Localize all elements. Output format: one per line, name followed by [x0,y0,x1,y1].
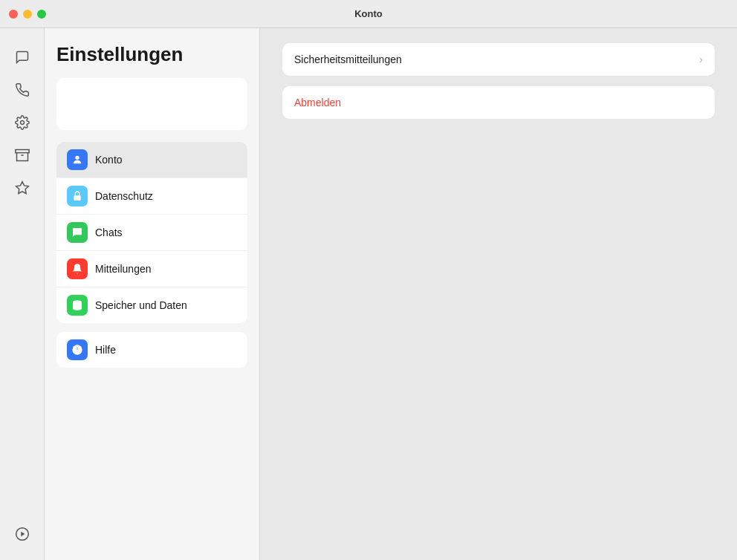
menu-item-konto[interactable]: Konto [56,142,247,178]
menu-item-hilfe[interactable]: i Hilfe [56,332,247,368]
sicherheit-chevron-icon: › [699,53,703,65]
datenschutz-icon [67,186,88,206]
menu-label-speicher: Speicher und Daten [95,299,187,311]
titlebar-buttons [9,10,46,19]
window-title: Konto [354,8,383,19]
settings-panel: Einstellungen Konto [45,28,260,560]
mitteilungen-icon [67,258,88,279]
svg-marker-3 [16,182,28,194]
menu-item-chats[interactable]: Chats [56,215,247,251]
menu-label-chats: Chats [95,227,123,238]
content-row-abmelden[interactable]: Abmelden [282,86,715,119]
svg-rect-7 [74,195,80,201]
content-card-abmelden: Abmelden [282,86,715,119]
profile-card[interactable] [56,78,247,130]
svg-point-6 [75,156,79,160]
content-card-sicherheit: Sicherheitsmitteilungen › [282,43,715,76]
menu-item-speicher[interactable]: Speicher und Daten [56,287,247,323]
svg-text:i: i [77,346,78,354]
svg-rect-1 [15,150,28,153]
konto-icon [67,149,88,170]
sidebar-item-settings[interactable] [8,108,36,137]
sidebar-item-calls[interactable] [8,76,36,104]
settings-title: Einstellungen [56,43,247,66]
svg-point-0 [20,121,24,125]
chats-icon [67,222,88,243]
minimize-button[interactable] [23,10,32,19]
menu-item-mitteilungen[interactable]: Mitteilungen [56,251,247,287]
menu-label-konto: Konto [95,154,123,166]
abmelden-label: Abmelden [294,97,703,108]
sidebar-item-autostart[interactable] [8,520,36,548]
sidebar-item-chats[interactable] [8,43,36,71]
menu-label-datenschutz: Datenschutz [95,190,153,202]
content-row-sicherheit[interactable]: Sicherheitsmitteilungen › [282,43,715,76]
sidebar-item-favorites[interactable] [8,174,36,202]
sicherheit-label: Sicherheitsmitteilungen [294,53,699,65]
titlebar: Konto [0,0,737,28]
speicher-icon [67,295,88,316]
menu-group-main: Konto Datenschutz Chats [56,142,247,323]
app-container: Einstellungen Konto [0,28,737,560]
sidebar-item-archive[interactable] [8,141,36,169]
menu-label-mitteilungen: Mitteilungen [95,263,152,275]
menu-label-hilfe: Hilfe [95,344,116,356]
close-button[interactable] [9,10,18,19]
svg-marker-5 [21,532,25,537]
sidebar-icons [0,28,45,560]
menu-group-help: i Hilfe [56,332,247,368]
maximize-button[interactable] [37,10,46,19]
menu-item-datenschutz[interactable]: Datenschutz [56,178,247,215]
content-area: Sicherheitsmitteilungen › Abmelden [260,28,737,560]
hilfe-icon: i [67,339,88,360]
